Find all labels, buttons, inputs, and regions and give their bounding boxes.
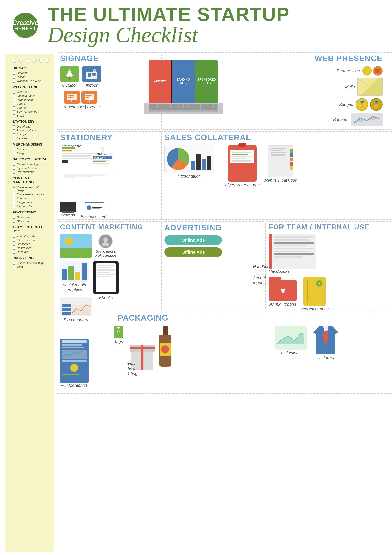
list-item[interactable]: Sponsored sites (13, 110, 49, 113)
sales-collateral-title: SALES COLLATERAL (164, 133, 297, 142)
list-item[interactable]: Internal memos (13, 239, 49, 242)
info-bar-1 (62, 340, 87, 343)
business-cards-label: Business cards (81, 214, 108, 219)
social-bar-3 (75, 272, 80, 280)
bottle-icon (158, 326, 172, 370)
list-item[interactable]: Handbooks (13, 247, 49, 250)
list-item[interactable]: Tags (13, 265, 49, 269)
list-item[interactable]: Bottles, boxes & bags (13, 261, 49, 265)
checkbox[interactable] (13, 110, 15, 113)
checkbox[interactable] (13, 163, 15, 166)
checkbox[interactable] (13, 239, 15, 242)
checkbox[interactable] (13, 72, 15, 75)
badge-icon-2: 🏅 (370, 98, 383, 111)
checkbox[interactable] (13, 171, 15, 174)
key (201, 104, 205, 106)
checkbox[interactable] (13, 80, 15, 83)
svg-marker-20 (277, 333, 304, 344)
letterhead-label: Letterhead (62, 144, 81, 149)
notebook-percent: • (319, 281, 320, 285)
list-item[interactable]: Email (13, 114, 49, 117)
mails-label: Mails (345, 85, 355, 89)
notebook-icon: • (304, 277, 326, 306)
checkbox[interactable] (13, 106, 15, 109)
list-item[interactable]: Guidelines (13, 242, 49, 246)
checkbox[interactable] (13, 188, 15, 190)
list-item[interactable]: Badges (13, 102, 49, 106)
checkbox[interactable] (13, 262, 15, 264)
checkbox[interactable] (13, 99, 15, 102)
checkbox[interactable] (13, 205, 15, 208)
offline-ads-button[interactable]: Offline Ads (164, 248, 222, 257)
list-item[interactable]: Blog headers (13, 205, 49, 208)
list-item[interactable]: Swag (13, 152, 49, 155)
list-item[interactable]: Stickers (13, 148, 49, 151)
checkbox[interactable] (13, 76, 15, 79)
checkbox[interactable] (13, 201, 15, 204)
checkbox[interactable] (13, 129, 15, 132)
checkbox[interactable] (13, 152, 15, 155)
checkbox[interactable] (13, 247, 15, 250)
checkbox[interactable] (13, 266, 15, 269)
key (175, 106, 179, 108)
list-item[interactable]: Letterhead (13, 125, 49, 128)
checkbox[interactable] (13, 193, 15, 196)
list-item[interactable]: Website (13, 90, 49, 94)
list-item[interactable]: Annual reports (13, 235, 49, 238)
social-bar-2 (68, 266, 74, 280)
list-item[interactable]: Stamps (13, 133, 49, 136)
checkbox[interactable] (13, 125, 15, 128)
key (153, 106, 157, 108)
bottle-label (160, 343, 171, 356)
menus-illus: Menus & catalogs (264, 145, 297, 188)
checkbox[interactable] (13, 167, 15, 170)
checkbox[interactable] (13, 95, 15, 97)
list-item[interactable]: Tradeshows/Events (13, 80, 49, 83)
checkbox[interactable] (13, 133, 15, 136)
list-item[interactable]: Business Cards (13, 129, 49, 132)
logo: Creative MARKET (13, 13, 38, 38)
tags-illus: % Tags (114, 326, 123, 344)
online-ads-button[interactable]: Online Ads (164, 235, 222, 245)
list-item[interactable]: Invoices (13, 137, 49, 140)
checkbox[interactable] (13, 220, 15, 223)
list-item[interactable]: Presentations (13, 171, 49, 174)
checkbox[interactable] (13, 243, 15, 246)
checkbox[interactable] (13, 91, 15, 94)
list-item[interactable]: Uniforms (13, 250, 49, 254)
list-item[interactable]: Flyers & brochures (13, 167, 49, 170)
checkbox[interactable] (13, 197, 15, 200)
checkbox[interactable] (13, 148, 15, 151)
stamps-cards-row: Stamps Business cards (60, 202, 113, 219)
list-item[interactable]: Menus & catalogs (13, 163, 49, 166)
bottle-label-circle (161, 345, 169, 353)
checkbox[interactable] (13, 137, 15, 140)
list-item[interactable]: Online ads (13, 216, 49, 219)
list-item[interactable]: Landing pages (13, 94, 49, 98)
list-item[interactable]: Banners (13, 106, 49, 110)
list-item[interactable]: Partner sites (13, 98, 49, 102)
list-item[interactable]: Infographics (13, 201, 49, 204)
key (166, 106, 170, 108)
checkbox[interactable] (13, 102, 15, 105)
checkbox[interactable] (13, 251, 15, 254)
svg-rect-5 (93, 73, 96, 76)
list-item[interactable]: Outdoor (13, 72, 49, 75)
key (162, 106, 166, 108)
list-item[interactable]: Indoor (13, 75, 49, 79)
checkbox[interactable] (13, 216, 15, 219)
key (205, 106, 209, 108)
checkbox[interactable] (13, 114, 15, 117)
web-presence-area: WEB PRESENCE Partner sites Mails (314, 54, 383, 126)
list-item[interactable]: Offline ads (13, 219, 49, 223)
guidelines-label: Guidelines (281, 351, 301, 356)
list-item[interactable]: Ebooks (13, 197, 49, 200)
card-info-line (92, 208, 100, 209)
infographics-packaging-label: ← Infographics (60, 383, 88, 388)
list-item[interactable]: Social media graphics (13, 193, 49, 196)
list-item[interactable]: Social media profile images (13, 186, 49, 192)
checkbox[interactable] (13, 235, 15, 238)
partner-sites-row: Partner sites (337, 66, 383, 76)
sales-collateral-area: SALES COLLATERAL (164, 133, 297, 188)
ebook-line (97, 265, 114, 266)
